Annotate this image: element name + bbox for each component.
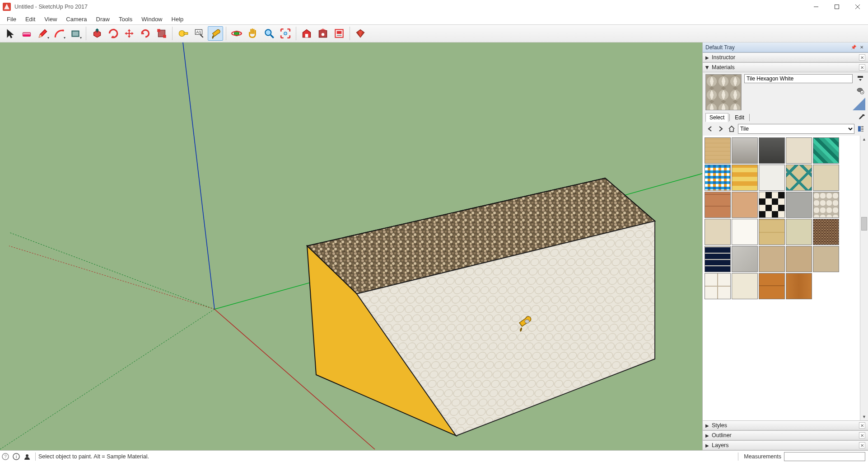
swatch-tile-terracotta-light[interactable] bbox=[732, 192, 758, 218]
panel-instructor-close[interactable]: ✕ bbox=[859, 54, 865, 61]
tray-close-icon[interactable]: ✕ bbox=[858, 44, 865, 51]
tape-tool[interactable] bbox=[175, 26, 191, 41]
materials-library-select[interactable]: Tile bbox=[738, 124, 854, 134]
panel-layers-header[interactable]: ▶ Layers ✕ bbox=[703, 440, 868, 450]
materials-home-icon[interactable] bbox=[727, 124, 736, 133]
swatch-tile-terracotta[interactable] bbox=[705, 192, 731, 218]
panel-styles-close[interactable]: ✕ bbox=[859, 422, 865, 429]
maximize-button[interactable] bbox=[826, 0, 847, 14]
move-tool[interactable] bbox=[121, 26, 137, 41]
swatch-tile-travertine[interactable] bbox=[759, 246, 785, 272]
swatch-tile-ceramic-beige[interactable] bbox=[786, 137, 812, 164]
material-preview-swatch[interactable] bbox=[705, 74, 742, 110]
materials-back-icon[interactable] bbox=[705, 124, 714, 133]
swatch-tile-sandstone[interactable] bbox=[813, 246, 839, 272]
swatch-tile-ceramic-dark[interactable] bbox=[759, 137, 785, 164]
swatch-tile-glass-green[interactable] bbox=[813, 137, 839, 164]
select-tool[interactable] bbox=[3, 26, 18, 41]
svg-rect-12 bbox=[184, 33, 188, 34]
swatch-tile-mosaic-blue[interactable] bbox=[705, 165, 731, 191]
swatch-tile-slate-gray[interactable] bbox=[786, 192, 812, 218]
viewport-3d[interactable] bbox=[0, 42, 702, 450]
text-tool[interactable]: A1 bbox=[191, 26, 207, 41]
materials-tab-edit[interactable]: Edit bbox=[731, 113, 748, 122]
swatch-tile-ceramic-gray[interactable] bbox=[732, 137, 758, 164]
panel-instructor-header[interactable]: ▶ Instructor ✕ bbox=[703, 52, 868, 62]
info-icon[interactable]: i bbox=[11, 451, 22, 462]
rotate-tool[interactable] bbox=[138, 26, 153, 41]
swatch-tile-plain-white[interactable] bbox=[732, 219, 758, 245]
measurements-input[interactable] bbox=[784, 452, 865, 461]
material-display-menu-icon[interactable] bbox=[856, 74, 865, 83]
swatch-tile-diamond-teal[interactable] bbox=[786, 165, 812, 191]
panel-outliner-header[interactable]: ▶ Outliner ✕ bbox=[703, 430, 868, 440]
orbit-tool[interactable] bbox=[229, 26, 244, 41]
material-name-input[interactable] bbox=[744, 74, 853, 83]
material-create-icon[interactable]: + bbox=[856, 86, 865, 95]
materials-scrollbar[interactable]: ▲ ▼ bbox=[860, 136, 868, 420]
tray-pin-icon[interactable]: 📌 bbox=[850, 44, 857, 51]
pushpull-tool[interactable] bbox=[89, 26, 104, 41]
user-icon[interactable] bbox=[22, 451, 33, 462]
zoom-extents-tool[interactable] bbox=[278, 26, 293, 41]
panel-materials-header[interactable]: ▶ Materials ✕ bbox=[703, 62, 868, 72]
material-secondary-color-corner[interactable] bbox=[853, 98, 865, 110]
swatch-tile-wood-oak[interactable] bbox=[786, 273, 812, 299]
swatch-tile-marble-gray[interactable] bbox=[732, 246, 758, 272]
materials-tab-select[interactable]: Select bbox=[705, 113, 728, 122]
scroll-up-icon[interactable]: ▲ bbox=[860, 136, 868, 143]
extension-warehouse-tool[interactable] bbox=[315, 26, 331, 41]
arc-tool[interactable] bbox=[51, 26, 67, 41]
menu-file[interactable]: File bbox=[3, 14, 20, 24]
swatch-tile-cross-white[interactable] bbox=[705, 273, 731, 299]
chevron-right-icon: ▶ bbox=[705, 55, 709, 60]
menu-window[interactable]: Window bbox=[137, 14, 166, 24]
tray-header[interactable]: Default Tray 📌 ✕ bbox=[703, 42, 868, 52]
panel-layers-close[interactable]: ✕ bbox=[859, 442, 865, 448]
materials-details-icon[interactable] bbox=[856, 124, 865, 133]
swatch-tile-linen-olive[interactable] bbox=[786, 219, 812, 245]
menu-view[interactable]: View bbox=[40, 14, 61, 24]
menu-edit[interactable]: Edit bbox=[21, 14, 39, 24]
paint-tool[interactable] bbox=[208, 26, 223, 41]
swatch-tile-linen-tan[interactable] bbox=[813, 165, 839, 191]
rectangle-tool[interactable] bbox=[68, 26, 83, 41]
extensions-tool[interactable] bbox=[353, 26, 368, 41]
swatch-tile-stone-white[interactable] bbox=[759, 165, 785, 191]
panel-styles-header[interactable]: ▶ Styles ✕ bbox=[703, 420, 868, 430]
line-tool[interactable] bbox=[35, 26, 51, 41]
swatch-tile-travertine-2[interactable] bbox=[786, 246, 812, 272]
swatch-tile-mosaic-small-brown[interactable] bbox=[813, 219, 839, 245]
scale-tool[interactable] bbox=[154, 26, 169, 41]
eraser-tool[interactable] bbox=[19, 26, 34, 41]
swatch-tile-hexagon-white[interactable] bbox=[813, 192, 839, 218]
layout-tool[interactable] bbox=[331, 26, 347, 41]
swatch-tile-plain-tan[interactable] bbox=[705, 219, 731, 245]
scroll-down-icon[interactable]: ▼ bbox=[860, 413, 868, 420]
menu-draw[interactable]: Draw bbox=[92, 14, 114, 24]
close-button[interactable] bbox=[847, 0, 868, 14]
swatch-tile-navy-grid[interactable] bbox=[705, 246, 731, 272]
swatch-tile-mosaic-yellow[interactable] bbox=[732, 165, 758, 191]
materials-forward-icon[interactable] bbox=[716, 124, 725, 133]
swatch-tile-checker-bw[interactable] bbox=[759, 192, 785, 218]
help-icon[interactable]: ? bbox=[0, 451, 11, 462]
swatch-tile-brick-tan[interactable] bbox=[705, 137, 731, 164]
menu-camera[interactable]: Camera bbox=[62, 14, 91, 24]
zoom-tool[interactable] bbox=[261, 26, 277, 41]
warehouse-tool[interactable] bbox=[299, 26, 314, 41]
svg-rect-70 bbox=[858, 126, 861, 132]
eyedropper-icon[interactable] bbox=[858, 113, 865, 122]
svg-rect-71 bbox=[861, 126, 863, 127]
swatch-tile-wood-parquet[interactable] bbox=[759, 273, 785, 299]
swatch-tile-square-sand[interactable] bbox=[759, 219, 785, 245]
menu-help[interactable]: Help bbox=[168, 14, 188, 24]
menu-tools[interactable]: Tools bbox=[115, 14, 136, 24]
pan-tool[interactable] bbox=[245, 26, 261, 41]
panel-outliner-close[interactable]: ✕ bbox=[859, 432, 865, 438]
panel-materials-close[interactable]: ✕ bbox=[859, 64, 865, 71]
minimize-button[interactable] bbox=[806, 0, 826, 14]
swatch-tile-plain-cream[interactable] bbox=[732, 273, 758, 299]
scroll-thumb[interactable] bbox=[861, 217, 867, 231]
offset-tool[interactable] bbox=[105, 26, 121, 41]
